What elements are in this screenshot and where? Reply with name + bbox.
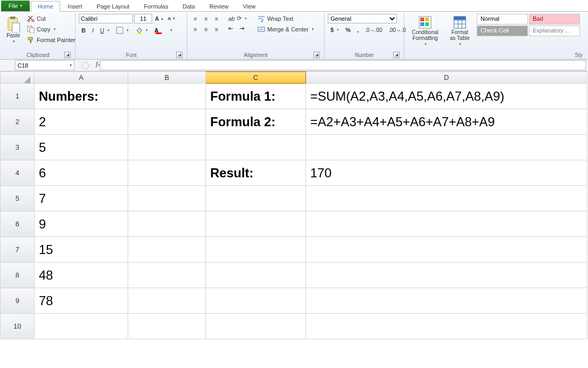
format-as-table-button[interactable]: Format as Table▾: [445, 14, 475, 48]
border-button[interactable]: ▾: [113, 26, 131, 35]
cell-A10[interactable]: [35, 314, 128, 339]
row-header-3[interactable]: 3: [1, 135, 35, 160]
cell-D4[interactable]: 170: [306, 160, 587, 186]
cell-D9[interactable]: [306, 288, 587, 314]
cell-B3[interactable]: [128, 135, 206, 160]
tab-home[interactable]: Home: [31, 1, 60, 12]
chevron-down-icon[interactable]: ▾: [70, 63, 72, 68]
cell-B9[interactable]: [128, 288, 206, 314]
shrink-font-button[interactable]: A▾: [166, 15, 177, 22]
fill-color-button[interactable]: ▾: [132, 26, 151, 35]
cell-C5[interactable]: [206, 186, 306, 211]
font-name-combo[interactable]: [79, 14, 133, 23]
cell-A9[interactable]: 78: [35, 288, 128, 314]
cell-D10[interactable]: [306, 314, 587, 339]
cell-D1[interactable]: =SUM(A2,A3,A4,A5,A6,A7,A8,A9): [306, 84, 587, 109]
tab-file[interactable]: File ▾: [1, 1, 30, 11]
col-header-C[interactable]: C: [206, 72, 306, 84]
cell-A2[interactable]: 2: [35, 109, 128, 135]
col-header-A[interactable]: A: [35, 72, 128, 84]
cell-A6[interactable]: 9: [35, 211, 128, 237]
cell-A1[interactable]: Numbers:: [35, 84, 128, 109]
cell-D7[interactable]: [306, 237, 587, 263]
number-format-combo[interactable]: General: [328, 14, 397, 23]
percent-format-button[interactable]: %: [343, 26, 353, 34]
align-middle-button[interactable]: ≡: [201, 14, 211, 23]
format-painter-button[interactable]: Format Painter: [24, 35, 78, 45]
align-top-button[interactable]: ≡: [191, 14, 200, 23]
row-header-5[interactable]: 5: [1, 186, 35, 211]
cell-D3[interactable]: [306, 135, 587, 160]
decrease-indent-button[interactable]: ⇤: [226, 24, 236, 33]
align-center-button[interactable]: ≡: [201, 24, 211, 34]
cell-C7[interactable]: [206, 237, 306, 263]
orientation-button[interactable]: ab⟳▾: [226, 14, 250, 23]
cell-C8[interactable]: [206, 263, 306, 288]
cell-B6[interactable]: [128, 211, 206, 237]
cell-C6[interactable]: [206, 211, 306, 237]
tab-data[interactable]: Data: [176, 1, 202, 11]
alignment-dialog-launcher[interactable]: ◢: [313, 52, 320, 58]
font-color-button[interactable]: A▾: [152, 26, 175, 35]
cell-A5[interactable]: 7: [35, 186, 128, 211]
cell-C1[interactable]: Formula 1:: [206, 84, 306, 109]
conditional-formatting-button[interactable]: Conditional Formatting▾: [408, 14, 443, 48]
style-normal[interactable]: Normal: [477, 14, 528, 24]
style-explanatory[interactable]: Explanatory ...: [529, 26, 580, 36]
accounting-format-button[interactable]: $▾: [328, 26, 342, 34]
cell-grid[interactable]: A B C D 1 Numbers: Formula 1: =SUM(A2,A3…: [0, 71, 587, 339]
cell-A8[interactable]: 48: [35, 263, 128, 288]
cell-B2[interactable]: [128, 109, 206, 135]
row-header-7[interactable]: 7: [1, 237, 35, 263]
number-dialog-launcher[interactable]: ◢: [393, 52, 400, 58]
align-bottom-button[interactable]: ≡: [212, 14, 221, 23]
col-header-D[interactable]: D: [306, 72, 587, 84]
cell-D5[interactable]: [306, 186, 587, 211]
name-box[interactable]: C18 ▾: [15, 60, 74, 70]
cell-B7[interactable]: [128, 237, 206, 263]
clipboard-dialog-launcher[interactable]: ◢: [64, 52, 71, 58]
cell-A3[interactable]: 5: [35, 135, 128, 160]
cell-C10[interactable]: [206, 314, 306, 339]
cell-B5[interactable]: [128, 186, 206, 211]
italic-button[interactable]: I: [89, 26, 96, 35]
bold-button[interactable]: B: [79, 26, 88, 35]
tab-page-layout[interactable]: Page Layout: [90, 1, 137, 11]
formula-input[interactable]: [100, 60, 586, 70]
cell-D6[interactable]: [306, 211, 587, 237]
align-left-button[interactable]: ≡: [191, 24, 200, 34]
merge-center-button[interactable]: Merge & Center▾: [255, 24, 317, 34]
row-header-9[interactable]: 9: [1, 288, 35, 314]
fx-icon[interactable]: fx: [96, 60, 100, 71]
paste-button[interactable]: Paste ▾: [4, 14, 22, 46]
cell-B1[interactable]: [128, 84, 206, 109]
cell-C4[interactable]: Result:: [206, 160, 306, 186]
copy-button[interactable]: Copy▾: [24, 24, 78, 34]
cell-D8[interactable]: [306, 263, 587, 288]
underline-button[interactable]: U▾: [97, 26, 112, 35]
font-size-combo[interactable]: [134, 14, 152, 23]
select-all-corner[interactable]: [1, 72, 35, 84]
tab-view[interactable]: View: [236, 1, 263, 11]
tab-formulas[interactable]: Formulas: [137, 1, 175, 11]
cell-C3[interactable]: [206, 135, 306, 160]
wrap-text-button[interactable]: Wrap Text: [255, 14, 317, 23]
comma-format-button[interactable]: ,: [354, 26, 361, 34]
align-right-button[interactable]: ≡: [212, 24, 221, 34]
row-header-8[interactable]: 8: [1, 263, 35, 288]
increase-indent-button[interactable]: ⇥: [237, 24, 247, 33]
tab-review[interactable]: Review: [202, 1, 235, 11]
increase-decimal-button[interactable]: .0→.00: [362, 26, 385, 34]
style-bad[interactable]: Bad: [529, 14, 580, 24]
tab-insert[interactable]: Insert: [61, 1, 89, 11]
cell-B8[interactable]: [128, 263, 206, 288]
cut-button[interactable]: Cut: [24, 14, 78, 23]
cell-A7[interactable]: 15: [35, 237, 128, 263]
cell-D2[interactable]: =A2+A3+A4+A5+A6+A7+A8+A9: [306, 109, 587, 135]
row-header-1[interactable]: 1: [1, 84, 35, 109]
col-header-B[interactable]: B: [128, 72, 206, 84]
row-header-6[interactable]: 6: [1, 211, 35, 237]
cell-B4[interactable]: [128, 160, 206, 186]
cell-C2[interactable]: Formula 2:: [206, 109, 306, 135]
grow-font-button[interactable]: A▴: [153, 14, 165, 23]
